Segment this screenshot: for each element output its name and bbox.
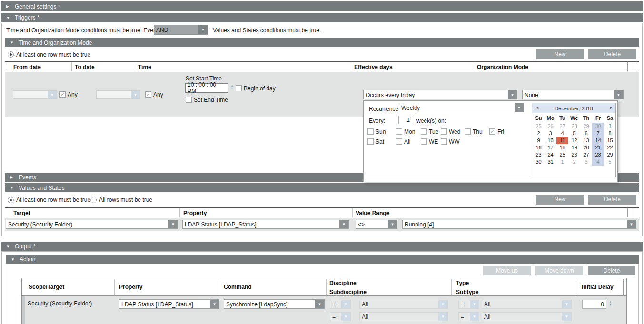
recurrence-select[interactable]: Weekly ▼ <box>399 103 524 112</box>
calendar-day[interactable]: 27 <box>580 151 592 158</box>
calendar-day[interactable]: 19 <box>568 144 580 151</box>
calendar-day[interactable]: 1 <box>556 158 568 166</box>
subdiscipline-select[interactable]: All ▼ <box>359 312 448 321</box>
calendar-day[interactable]: 5 <box>568 130 580 137</box>
value-select[interactable]: Running [4] ▼ <box>402 220 636 229</box>
new-button[interactable]: New <box>536 49 584 59</box>
calendar-next-icon[interactable]: ► <box>609 105 614 110</box>
calendar-day[interactable]: 3 <box>580 158 592 166</box>
calendar-day[interactable]: 4 <box>592 158 604 166</box>
delete-button[interactable]: Delete <box>588 49 636 59</box>
subtype-select[interactable]: All ▼ <box>482 312 572 321</box>
calendar-day[interactable]: 26 <box>568 151 580 158</box>
calendar-day[interactable]: 28 <box>568 123 580 130</box>
calendar-day[interactable]: 29 <box>604 151 616 158</box>
initial-delay-input[interactable]: 0 <box>582 300 606 309</box>
calendar-day[interactable]: 31 <box>545 158 556 166</box>
command-select[interactable]: Synchronize [LdapSync] ▼ <box>224 299 325 309</box>
calendar-day[interactable]: 1 <box>604 123 616 130</box>
delete-button[interactable]: Delete <box>588 266 635 275</box>
calendar-day[interactable]: 3 <box>545 130 556 137</box>
effective-days-select[interactable]: Occurs every friday ▼ <box>363 90 517 99</box>
calendar-day[interactable]: 30 <box>592 123 604 130</box>
calendar-day-header: Th <box>580 115 592 122</box>
radio-at-least-one-row[interactable] <box>8 197 14 203</box>
calendar-prev-icon[interactable]: ◄ <box>535 105 539 110</box>
property-select[interactable]: LDAP Status [LDAP_Status] ▼ <box>119 299 219 309</box>
calendar-day[interactable]: 16 <box>533 144 545 151</box>
calendar-day[interactable]: 29 <box>580 123 592 130</box>
calendar-day[interactable]: 4 <box>556 130 568 137</box>
weekday-checkbox-fri[interactable]: ✓Fri <box>489 128 511 135</box>
operator-select[interactable]: <> ▼ <box>356 220 397 229</box>
set-end-time-checkbox[interactable] <box>186 97 192 103</box>
time-spinner[interactable]: ▲▼ <box>229 84 235 90</box>
weekday-checkbox-sun[interactable]: Sun <box>367 128 396 135</box>
to-date-select[interactable]: ▼ <box>96 90 140 99</box>
type-select[interactable]: All ▼ <box>482 300 572 309</box>
calendar-day[interactable]: 25 <box>533 123 545 130</box>
calendar-day[interactable]: 18 <box>556 144 568 151</box>
calendar-day[interactable]: 2 <box>568 158 580 166</box>
start-time-input[interactable]: 10 : 00 : 00 PM <box>185 83 228 93</box>
calendar-day[interactable]: 20 <box>580 144 592 151</box>
to-any-checkbox[interactable]: ✓ <box>145 91 151 98</box>
calendar-day[interactable]: 12 <box>568 137 580 144</box>
type-operator-select[interactable]: = ▼ <box>458 300 479 309</box>
calendar-day[interactable]: 5 <box>604 158 616 166</box>
calendar-day[interactable]: 9 <box>533 137 545 144</box>
section-header-action[interactable]: ▼ Action <box>6 255 639 264</box>
weekday-checkbox-tue[interactable]: Tue <box>421 128 441 135</box>
delete-button[interactable]: Delete <box>588 195 636 205</box>
calendar-day-today[interactable]: 11 <box>556 137 568 144</box>
calendar-day[interactable]: 7 <box>592 130 604 137</box>
radio-all-rows[interactable] <box>90 197 97 203</box>
calendar-day[interactable]: 28 <box>592 151 604 158</box>
calendar-day[interactable]: 14 <box>592 137 604 144</box>
discipline-select[interactable]: All ▼ <box>359 300 448 309</box>
calendar-day[interactable]: 10 <box>545 137 556 144</box>
subtype-operator-select[interactable]: = ▼ <box>458 312 479 321</box>
calendar-day[interactable]: 21 <box>592 144 604 151</box>
weekday-checkbox-we[interactable]: WE <box>421 138 441 145</box>
calendar-day[interactable]: 17 <box>545 144 556 151</box>
calendar-day[interactable]: 25 <box>556 151 568 158</box>
new-button[interactable]: New <box>536 195 584 205</box>
from-any-checkbox[interactable]: ✓ <box>59 91 66 98</box>
subdiscipline-operator-select[interactable]: = ▼ <box>330 312 351 321</box>
section-header-general-settings[interactable]: ▶ General settings * <box>1 1 643 11</box>
move-up-button[interactable]: Move up <box>483 266 531 275</box>
every-input[interactable]: 1 <box>398 116 412 124</box>
weekday-checkbox-wed[interactable]: Wed <box>441 128 465 135</box>
section-header-values-states[interactable]: ▼ Values and States <box>5 183 639 192</box>
discipline-operator-select[interactable]: = ▼ <box>330 300 351 309</box>
calendar-day[interactable]: 2 <box>533 130 545 137</box>
calendar-day[interactable]: 6 <box>580 130 592 137</box>
weekday-checkbox-all[interactable]: All <box>396 138 421 145</box>
from-date-select[interactable]: ▼ <box>13 90 57 99</box>
section-header-time-org-mode[interactable]: ▼ Time and Organization Mode <box>5 38 639 47</box>
weekday-checkbox-thu[interactable]: Thu <box>465 128 489 135</box>
initial-delay-spinner[interactable]: ▲▼ <box>608 301 613 306</box>
calendar-day[interactable]: 22 <box>604 144 616 151</box>
weekday-checkbox-ww[interactable]: WW <box>441 138 465 145</box>
move-down-button[interactable]: Move down <box>535 266 583 275</box>
calendar-day[interactable]: 30 <box>533 158 545 166</box>
weekday-checkbox-sat[interactable]: Sat <box>367 138 396 145</box>
organization-mode-select[interactable]: None ▼ <box>522 90 624 99</box>
events-operator-select[interactable]: AND ▼ <box>154 25 208 35</box>
calendar-day[interactable]: 13 <box>580 137 592 144</box>
calendar-day[interactable]: 26 <box>545 123 556 130</box>
radio-at-least-one-row[interactable] <box>8 51 14 58</box>
calendar-day[interactable]: 23 <box>533 151 545 158</box>
section-header-triggers[interactable]: ▼ Triggers * <box>1 13 643 22</box>
weekday-checkbox-mon[interactable]: Mon <box>396 128 421 135</box>
property-select[interactable]: LDAP Status [LDAP_Status] ▼ <box>182 220 349 229</box>
begin-of-day-checkbox[interactable] <box>236 85 242 91</box>
calendar-day[interactable]: 15 <box>604 137 616 144</box>
section-header-output[interactable]: ▼ Output * <box>1 242 643 251</box>
calendar-day[interactable]: 8 <box>604 130 616 137</box>
calendar-day[interactable]: 24 <box>545 151 556 158</box>
target-select[interactable]: Security (Security Folder) ▼ <box>6 220 178 229</box>
calendar-day[interactable]: 27 <box>556 123 568 130</box>
